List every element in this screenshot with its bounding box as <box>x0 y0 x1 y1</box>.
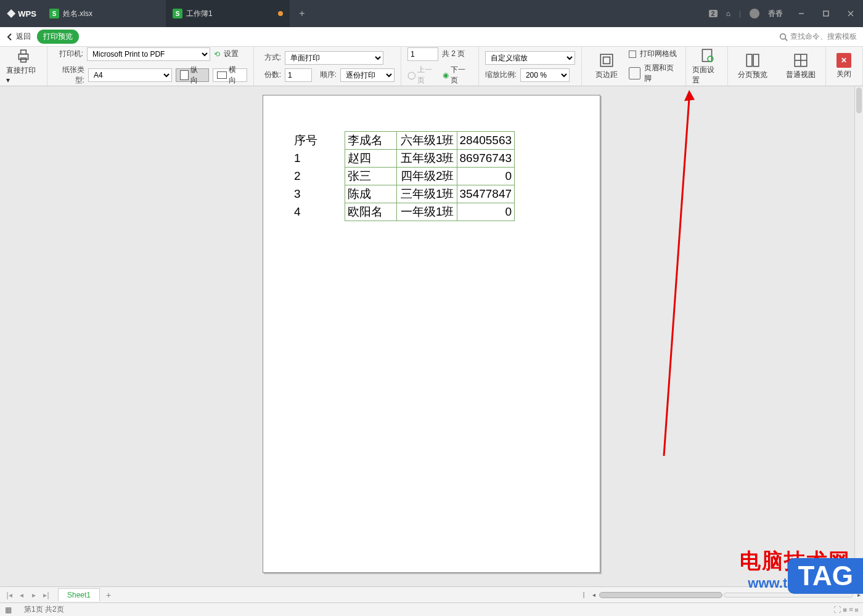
printer-select[interactable]: Microsoft Print to PDF <box>87 47 210 61</box>
checkbox-icon <box>629 51 636 58</box>
printer-icon <box>15 48 31 64</box>
circle-left-icon: ◯ <box>407 71 415 79</box>
window-maximize-button[interactable] <box>814 0 838 27</box>
document-tab-active[interactable]: S 工作簿1 <box>166 0 290 27</box>
wps-home-button[interactable]: WPS <box>0 0 43 27</box>
tab-label: 工作簿1 <box>186 9 274 19</box>
print-preview-pill: 打印预览 <box>37 30 79 44</box>
cell-class: 三年级1班 <box>396 185 457 203</box>
sheet-tab[interactable]: Sheet1 <box>58 588 100 601</box>
unsaved-dot-icon <box>278 11 283 16</box>
table-row: 4 欧阳名 一年级1班 0 <box>292 203 515 221</box>
username[interactable]: 香香 <box>768 9 783 19</box>
svg-rect-8 <box>21 58 27 62</box>
direct-print-label: 直接打印 ▾ <box>6 65 41 84</box>
svg-rect-7 <box>21 50 27 54</box>
next-page-button[interactable]: ◉下一页 <box>443 65 472 86</box>
add-sheet-button[interactable]: + <box>100 590 117 600</box>
new-tab-button[interactable]: + <box>290 0 314 27</box>
window-close-button[interactable] <box>838 0 863 27</box>
apps-icon[interactable]: ⌂ <box>726 9 730 18</box>
printer-label: 打印机: <box>54 49 83 59</box>
orientation-landscape-button[interactable]: 横向 <box>213 68 247 82</box>
svg-point-4 <box>780 33 786 39</box>
svg-rect-13 <box>746 54 752 67</box>
cell-class: 五年级3班 <box>396 150 457 168</box>
cell-seq: 4 <box>292 203 345 221</box>
search-icon <box>779 33 788 41</box>
print-mode-select[interactable]: 单面打印 <box>285 51 383 65</box>
wps-logo-icon <box>7 9 15 18</box>
cell-seq: 2 <box>292 168 345 185</box>
svg-marker-19 <box>684 90 695 101</box>
document-tab[interactable]: S 姓名.xlsx <box>43 0 166 27</box>
cell-class: 一年级1班 <box>396 203 457 221</box>
circle-right-icon: ◉ <box>443 71 449 79</box>
user-avatar-icon[interactable] <box>750 9 759 18</box>
svg-rect-9 <box>600 54 613 67</box>
link-icon: ⟲ <box>214 50 220 59</box>
page-number-input[interactable] <box>407 47 438 61</box>
back-button[interactable]: 返回 <box>6 31 31 42</box>
cell-class: 四年级2班 <box>396 168 457 185</box>
command-search[interactable]: 查找命令、搜索模板 <box>779 31 857 42</box>
page-setup-button[interactable]: 页面设置 <box>686 47 728 86</box>
margins-button[interactable]: 页边距 <box>588 52 625 80</box>
annotation-arrow <box>616 86 703 462</box>
cell-seq: 3 <box>292 185 345 203</box>
zoom-mode-select[interactable]: 自定义缩放 <box>485 51 575 65</box>
cell-num: 86976743 <box>457 150 515 168</box>
sheet-bar: |◂◂▸▸| Sheet1 + |◂▸ <box>0 586 863 602</box>
table-row: 2 张三 四年级2班 0 <box>292 168 515 185</box>
zoom-select[interactable]: 200 % <box>520 68 570 82</box>
margins-icon <box>599 52 615 68</box>
sheet-nav[interactable]: |◂◂▸▸| <box>0 591 55 599</box>
portrait-icon <box>180 70 189 80</box>
svg-line-18 <box>664 99 689 456</box>
reading-layout-icon[interactable]: ▦ <box>5 606 12 614</box>
window-minimize-button[interactable] <box>789 0 814 27</box>
page-total: 共 2 页 <box>442 49 465 59</box>
table-row: 1 赵四 五年级3班 86976743 <box>292 150 515 168</box>
svg-rect-6 <box>18 54 28 60</box>
order-select[interactable]: 逐份打印 <box>340 68 395 82</box>
cell-class: 六年级1班 <box>396 132 457 150</box>
back-label: 返回 <box>16 31 31 42</box>
title-bar: WPS S 姓名.xlsx S 工作簿1 + 2 ⌂ | 香香 <box>0 0 863 27</box>
cell-name: 欧阳名 <box>345 203 396 221</box>
zoom-label: 缩放比例: <box>485 70 517 80</box>
preview-workspace[interactable]: 序号 李成名 六年级1班 28405563 1 赵四 五年级3班 8697674… <box>0 86 863 586</box>
header-footer-button[interactable]: 页眉和页脚 <box>629 63 680 84</box>
header-footer-icon <box>629 67 640 79</box>
orientation-portrait-button[interactable]: 纵向 <box>176 68 209 82</box>
table-row: 3 陈成 三年级1班 35477847 <box>292 185 515 203</box>
direct-print-button[interactable]: 直接打印 ▾ <box>0 47 47 86</box>
close-preview-button[interactable]: ✕ 关闭 <box>826 47 863 86</box>
page-break-icon <box>745 52 761 68</box>
page-break-preview-button[interactable]: 分页预览 <box>734 52 771 80</box>
title-right: 2 ⌂ | 香香 <box>703 0 790 27</box>
prev-page-button[interactable]: ◯上一页 <box>407 65 439 86</box>
printer-settings-button[interactable]: 设置 <box>224 49 239 59</box>
status-bar: ▦ 第1页 共2页 ⛶ ▦ ◫ ▣ <box>0 602 863 616</box>
data-table: 序号 李成名 六年级1班 28405563 1 赵四 五年级3班 8697674… <box>292 131 515 221</box>
search-placeholder: 查找命令、搜索模板 <box>790 31 857 42</box>
normal-view-button[interactable]: 普通视图 <box>782 52 819 80</box>
spreadsheet-icon: S <box>173 9 182 18</box>
notification-badge[interactable]: 2 <box>709 10 718 17</box>
svg-rect-11 <box>702 49 711 62</box>
view-controls[interactable]: ⛶ ▦ ◫ ▣ <box>833 606 858 614</box>
status-page-info: 第1页 共2页 <box>24 604 64 615</box>
tab-label: 姓名.xlsx <box>63 9 160 19</box>
seq-header: 序号 <box>292 132 345 150</box>
paper-select[interactable]: A4 <box>88 68 172 82</box>
close-icon: ✕ <box>836 53 851 68</box>
cell-name: 陈成 <box>345 185 396 203</box>
svg-rect-14 <box>753 54 759 67</box>
svg-point-12 <box>708 56 713 62</box>
vertical-scrollbar[interactable] <box>854 86 863 586</box>
copies-input[interactable] <box>285 68 312 82</box>
print-gridlines-checkbox[interactable]: 打印网格线 <box>629 49 680 59</box>
cell-num: 28405563 <box>457 132 515 150</box>
cell-seq: 1 <box>292 150 345 168</box>
